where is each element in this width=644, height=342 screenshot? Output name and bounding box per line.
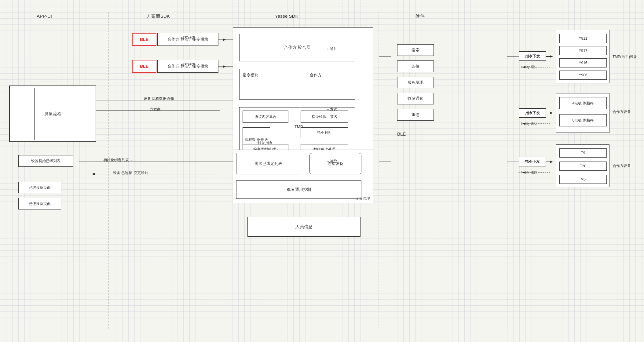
partner-glue-box: 合作方 胶合层 <box>239 34 355 61</box>
partner-arrow-label: 方案商 <box>150 107 161 112</box>
notify-2-label: ←Notify 通知 <box>518 122 537 126</box>
fang-an-sdk-label: 方案商SDK <box>147 13 170 19</box>
init-bound-label: 初始化绑定列表→ <box>103 158 133 163</box>
ble-section-area: 搜索 连接 服务发现 收发通知 重连 BLE <box>379 27 507 235</box>
tmp-device-label: TMP(自主)设备 <box>613 54 637 60</box>
y917-box: Y917 <box>559 46 607 55</box>
e4-scale-box: 4电极 体脂秤 <box>559 97 607 109</box>
svg-marker-23 <box>92 173 95 175</box>
read-arrow-label: →读取 <box>326 159 337 164</box>
y911-box: Y911 <box>559 34 607 43</box>
partner-device-1-label: 合作方设备 <box>613 109 631 115</box>
ble-control-box: BLE 通用控制 <box>236 180 361 199</box>
service-discover-box: 服务发现 <box>397 77 434 88</box>
notify-3-label: ←Notify 通知 <box>518 170 537 175</box>
e8-scale-box: 8电极 体脂秤 <box>559 114 607 126</box>
measure-flow-box: 测量流程 <box>9 86 96 142</box>
cmd-check-box: 指令检验、签名 <box>301 111 348 123</box>
ble-box-2: BLE <box>132 60 156 73</box>
device-flow-notify-label: 设备 流程数据通知 <box>144 96 174 101</box>
connect-box: 连接 <box>397 60 434 72</box>
cmd-parse-box: 指令解析 <box>301 127 348 138</box>
m5-box: M5 <box>559 175 607 184</box>
svg-marker-33 <box>550 112 553 114</box>
device-mgmt-group: 离线已绑定列表 连接设备 BLE 通用控制 设备管理 <box>233 150 373 203</box>
svg-marker-9 <box>223 65 226 68</box>
mutual-fwd-2-label: ←相互转发→ <box>177 62 199 67</box>
notify-arrow-label: ←通知 <box>326 46 337 52</box>
cmd-module-label: 指令模块 <box>243 72 258 78</box>
recv-notify-box: 收发通知 <box>397 93 434 104</box>
cmd-down-1-box: 指令下发 <box>519 51 546 61</box>
connected-device-page-box: 已连设备页面 <box>18 198 61 209</box>
cmd-down-2-area: 指令下发 <box>519 108 546 118</box>
hardware-label: 硬件 <box>415 13 425 19</box>
bound-device-page-box: 已绑设备页面 <box>18 182 61 193</box>
cmd-down-3-box: 指令下发 <box>519 157 546 166</box>
tmp-device-group: Y911 Y917 Y916 Y906 <box>556 30 609 83</box>
cmd-down-3-area: 指令下发 <box>519 157 546 166</box>
protocol-box: 协议内容集合 <box>243 111 288 123</box>
send-arrow-label: →发送 <box>326 107 337 112</box>
partner-label-inner: 合作方 <box>310 72 322 78</box>
partner-device-2-label: 合作方设备 <box>613 163 631 169</box>
cmd-down-1-area: 指令下发 <box>519 51 546 61</box>
t9-box: T9 <box>559 148 607 158</box>
yasee-sdk-label: Yasee SDK <box>275 13 298 19</box>
device-connected-notify-label: 设备 已连接 变更通知 <box>113 170 148 176</box>
device-mgmt-label: 设备管理 <box>355 196 370 201</box>
yasee-sdk-main-box: 合作方 胶合层 指令模块 合作方 协议内容集合 指令检验、签名 流程数 据推送 … <box>233 27 373 165</box>
notify-1-label: ←Notify 通知 <box>518 65 537 69</box>
cmd-down-2-box: 指令下发 <box>519 108 546 118</box>
offline-bound-box: 离线已绑定列表 <box>236 153 300 174</box>
mutual-fwd-1-label: ←相互转发→ <box>177 35 199 41</box>
t20-box: T20 <box>559 162 607 171</box>
person-info-box: 人员信息 <box>247 217 360 237</box>
architecture-diagram: APP-UI 方案商SDK Yasee SDK 硬件 BLE 合作方 算法、指令… <box>0 0 644 342</box>
set-init-bound-box: 设置初始已绑列表 <box>18 155 73 167</box>
y906-box: Y906 <box>559 71 607 80</box>
fwd-cmd-label: ↑转发指令 <box>256 140 273 146</box>
y916-box: Y916 <box>559 58 607 67</box>
svg-marker-6 <box>223 38 226 41</box>
search-box: 搜索 <box>397 44 434 56</box>
partner-device-1-group: 4电极 体脂秤 8电极 体脂秤 <box>556 93 609 133</box>
svg-marker-29 <box>550 55 553 58</box>
cmd-partner-group: 指令模块 合作方 <box>239 69 355 100</box>
ble-box-1: BLE <box>132 33 156 46</box>
ble-section-label: BLE <box>397 131 406 136</box>
reconnect-box: 重连 <box>397 109 434 121</box>
partner-device-2-group: T9 T20 M5 <box>556 144 609 187</box>
app-ui-label: APP-UI <box>37 13 52 19</box>
svg-marker-37 <box>550 161 553 163</box>
